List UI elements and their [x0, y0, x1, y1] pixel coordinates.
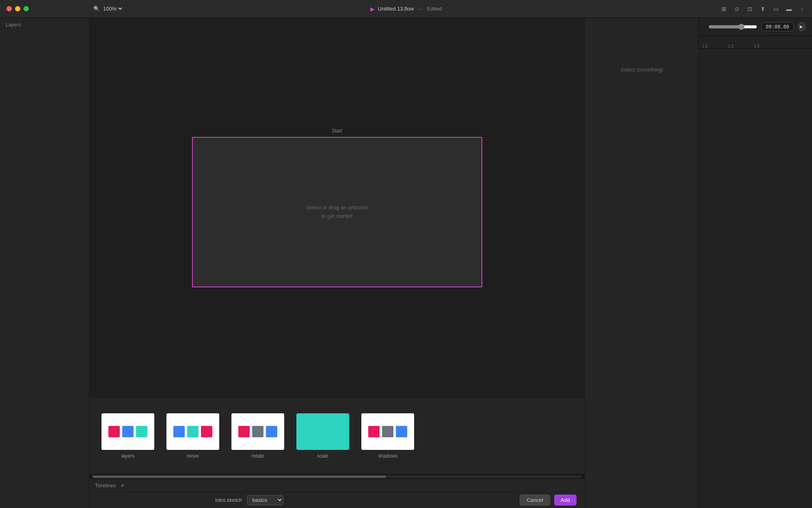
artboard-picker: layers move	[89, 397, 585, 479]
canvas-wrapper: Start Select or drag an artboard to get …	[89, 18, 585, 479]
thumb-label-move: move	[187, 453, 199, 459]
thumb-card-scale[interactable]	[296, 413, 349, 450]
scroll-thumb[interactable]	[93, 475, 386, 478]
artboard-thumb-move[interactable]: move	[166, 413, 219, 459]
timelines-label: Timelines	[95, 483, 116, 488]
canvas-area[interactable]: Start Select or drag an artboard to get …	[89, 18, 585, 397]
bottom-actions: Cancel Add	[520, 495, 577, 506]
timeline-slider[interactable]	[708, 24, 757, 30]
thumb-block-blue4	[396, 426, 407, 437]
screen-icon[interactable]: ⊡	[746, 5, 754, 13]
zoom-control[interactable]: 🔍 100%	[93, 5, 123, 12]
titlebar-center: ▶ Untitled 13.flow — Edited	[370, 5, 442, 13]
ruler-mark-1: 1.1	[702, 44, 708, 48]
artboard-thumb-shadows[interactable]: shadows	[361, 413, 414, 459]
thumb-block-teal2	[187, 426, 199, 437]
artboard-thumb-rotate[interactable]: rotate	[231, 413, 284, 459]
timeline-ruler: 1.1 1.2 1.3	[699, 36, 812, 49]
layout-icon-2[interactable]: ▬	[785, 5, 793, 13]
layout-icon-1[interactable]: ▭	[772, 5, 780, 13]
picker-scroll[interactable]: layers move	[89, 398, 585, 474]
add-button[interactable]: Add	[554, 495, 577, 506]
thumb-card-rotate[interactable]	[231, 413, 284, 450]
minimize-button[interactable]	[15, 6, 20, 11]
file-label: intro.sketch	[215, 497, 242, 503]
thumb-block-blue2	[173, 426, 185, 437]
thumb-block-pink3	[238, 426, 250, 437]
maximize-button[interactable]	[24, 6, 29, 11]
sidebar-toggle-icon[interactable]: ⊞	[720, 5, 728, 13]
thumb-block-pink2	[201, 426, 212, 437]
timelines-bar: Timelines +	[89, 479, 585, 492]
artboard-hint: Select or drag an artboard to get starte…	[306, 204, 367, 221]
thumb-block-blue	[122, 426, 134, 437]
titlebar-title: Untitled 13.flow	[378, 6, 414, 12]
thumb-label-scale: scale	[317, 453, 328, 459]
right-panel-content: Select Something!	[585, 18, 698, 508]
main-layout: Layers Start Select or drag an artboard …	[0, 18, 812, 508]
thumb-block-pink4	[368, 426, 380, 437]
close-button[interactable]	[6, 6, 12, 11]
search-icon: 🔍	[93, 6, 100, 12]
add-timeline-button[interactable]: +	[119, 482, 126, 489]
titlebar: 🔍 100% ▶ Untitled 13.flow — Edited ⊞ ⊙ ⊡…	[0, 0, 812, 18]
timeline-controls: 00:00.00 ▶	[699, 18, 812, 36]
layers-header: Layers	[0, 18, 89, 32]
layout-icon-3[interactable]: ▫	[798, 5, 806, 13]
share-icon[interactable]: ⬆	[759, 5, 767, 13]
titlebar-separator: —	[417, 5, 424, 13]
ruler-mark-2: 1.2	[728, 44, 734, 48]
thumb-label-rotate: rotate	[252, 453, 264, 459]
right-panel: Select Something!	[585, 18, 698, 508]
thumb-block-blue3	[266, 426, 277, 437]
thumb-card-move[interactable]	[166, 413, 219, 450]
target-icon[interactable]: ⊙	[733, 5, 741, 13]
artboard[interactable]: Select or drag an artboard to get starte…	[192, 137, 482, 287]
thumb-card-shadows[interactable]	[361, 413, 414, 450]
cancel-button[interactable]: Cancel	[520, 495, 550, 506]
titlebar-subtitle: Edited	[427, 6, 442, 12]
scroll-track	[93, 475, 581, 478]
artboard-container: Start Select or drag an artboard to get …	[192, 128, 482, 287]
select-something-label: Select Something!	[620, 67, 663, 73]
play-button[interactable]: ▶	[798, 22, 806, 31]
thumb-block-teal	[136, 426, 147, 437]
traffic-lights	[6, 6, 29, 11]
thumb-block-pink	[108, 426, 120, 437]
title-doc-icon: ▶	[370, 6, 375, 12]
zoom-select[interactable]: 100%	[102, 5, 123, 12]
scroll-area[interactable]	[89, 474, 585, 479]
thumb-block-gray4	[382, 426, 393, 437]
thumb-card-layers[interactable]	[102, 413, 154, 450]
bottom-bar: intro.sketch basics layers move rotate s…	[89, 492, 585, 508]
thumb-label-layers: layers	[121, 453, 134, 459]
sketch-dropdown[interactable]: basics layers move rotate scale shadows	[247, 495, 283, 505]
titlebar-controls: ⊞ ⊙ ⊡ ⬆ ▭ ▬ ▫	[720, 5, 806, 13]
thumb-label-shadows: shadows	[378, 453, 397, 459]
thumb-block-gray3	[252, 426, 263, 437]
artboard-label: Start	[332, 128, 342, 134]
time-display: 00:00.00	[761, 22, 794, 31]
timeline-right: 00:00.00 ▶ 1.1 1.2 1.3	[698, 18, 812, 508]
artboard-thumb-layers[interactable]: layers	[102, 413, 154, 459]
artboard-thumb-scale[interactable]: scale	[296, 413, 349, 459]
ruler-mark-3: 1.3	[754, 44, 760, 48]
left-sidebar: Layers	[0, 18, 89, 508]
